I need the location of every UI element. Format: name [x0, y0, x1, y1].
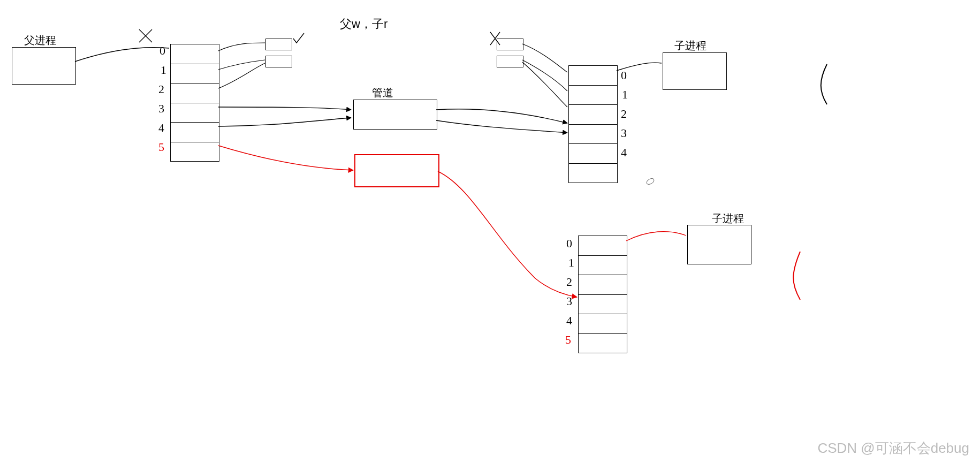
fd-row — [171, 103, 219, 123]
watermark: CSDN @可涵不会debug — [817, 439, 969, 458]
fd-row — [171, 44, 219, 64]
fd-index: 0 — [621, 69, 627, 82]
child1-box — [663, 52, 727, 90]
fd-row — [569, 144, 617, 164]
fd-index: 4 — [566, 314, 572, 328]
parent-process-box — [12, 47, 76, 85]
fd-row — [569, 125, 617, 145]
fd-row — [579, 256, 627, 276]
child1-fd-table — [568, 65, 618, 183]
small-box — [497, 39, 523, 50]
small-box — [497, 56, 523, 67]
fd-row — [569, 86, 617, 105]
pipe-box — [353, 100, 437, 130]
child2-box — [687, 225, 751, 264]
child2-label: 子进程 — [712, 211, 744, 226]
fd-index: 0 — [159, 44, 165, 58]
fd-row — [569, 66, 617, 86]
fd-row — [579, 334, 627, 353]
fd-index: 4 — [158, 121, 164, 135]
fd-index: 3 — [621, 126, 627, 140]
fd-index: 3 — [566, 294, 572, 308]
pipe-box-2 — [354, 154, 439, 187]
fd-index: 2 — [158, 82, 164, 96]
mark — [645, 177, 656, 186]
fd-row — [171, 123, 219, 142]
fd-row — [579, 295, 627, 315]
diagram-title: 父w，子r — [340, 16, 388, 32]
fd-row — [579, 236, 627, 256]
fd-index: 4 — [621, 146, 627, 160]
child1-label: 子进程 — [674, 39, 706, 53]
fd-index: 2 — [566, 275, 572, 289]
fd-index: 1 — [622, 88, 628, 102]
fd-index: 5 — [158, 140, 164, 154]
fd-index: 0 — [566, 237, 572, 251]
small-box — [265, 56, 292, 67]
small-box — [265, 39, 292, 50]
fd-row — [569, 105, 617, 125]
fd-index: 1 — [161, 63, 166, 77]
parent-process-label: 父进程 — [24, 33, 56, 48]
fd-row — [579, 314, 627, 334]
fd-index: 1 — [568, 256, 574, 270]
parent-fd-table — [170, 44, 219, 162]
fd-row — [171, 84, 219, 103]
fd-row — [569, 164, 617, 183]
fd-index: 5 — [565, 333, 571, 347]
fd-row — [579, 275, 627, 295]
fd-index: 2 — [621, 107, 627, 121]
connectors — [0, 0, 980, 463]
pipe-label: 管道 — [372, 86, 393, 100]
child2-fd-table — [578, 236, 627, 353]
fd-row — [171, 142, 219, 162]
fd-index: 3 — [158, 102, 164, 116]
fd-row — [171, 64, 219, 84]
